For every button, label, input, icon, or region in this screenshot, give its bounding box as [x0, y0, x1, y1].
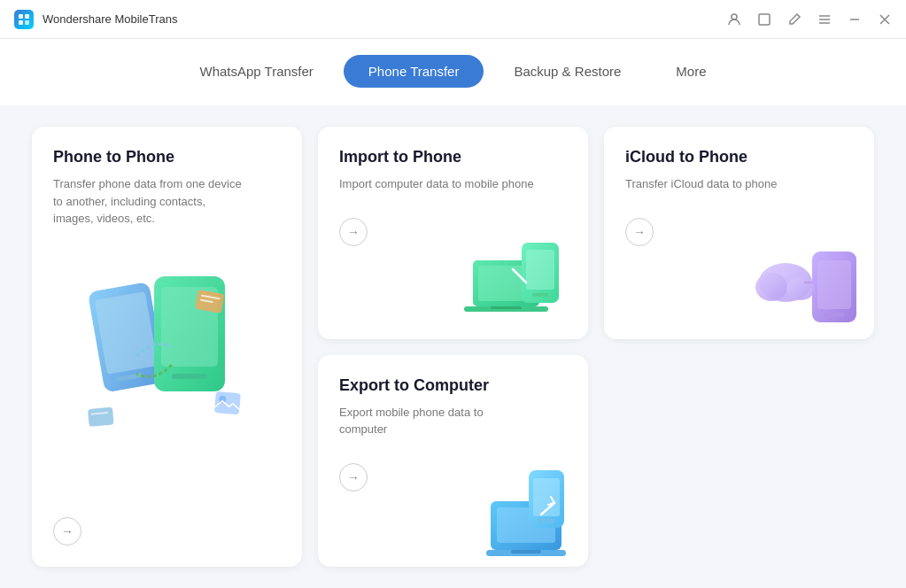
- card-phone-to-phone-bottom: →: [53, 503, 281, 545]
- title-bar-left: Wondershare MobileTrans: [14, 10, 177, 29]
- svg-rect-1: [25, 14, 29, 19]
- card-phone-to-phone-title: Phone to Phone: [53, 148, 281, 166]
- svg-rect-15: [88, 407, 114, 427]
- svg-rect-35: [511, 550, 541, 553]
- svg-rect-28: [825, 313, 844, 317]
- card-export-to-computer[interactable]: Export to Computer Export mobile phone d…: [318, 355, 588, 568]
- card-icloud-to-phone-arrow[interactable]: →: [625, 218, 654, 246]
- main-content: Phone to Phone Transfer phone data from …: [0, 105, 906, 588]
- card-import-to-phone-header: Import to Phone Import computer data to …: [339, 148, 567, 193]
- card-import-to-phone-title: Import to Phone: [339, 148, 567, 166]
- minimize-icon[interactable]: [848, 12, 862, 27]
- window-icon[interactable]: [757, 12, 771, 27]
- icloud-illustration: [752, 238, 867, 330]
- svg-rect-24: [526, 250, 554, 290]
- card-icloud-to-phone-header: iCloud to Phone Transfer iCloud data to …: [625, 148, 853, 193]
- edit-icon[interactable]: [787, 12, 801, 27]
- card-phone-to-phone[interactable]: Phone to Phone Transfer phone data from …: [32, 127, 302, 567]
- svg-rect-17: [213, 391, 240, 414]
- title-bar-controls: [727, 12, 892, 27]
- import-illustration: [464, 238, 579, 330]
- svg-point-31: [786, 277, 815, 300]
- tab-backup-restore[interactable]: Backup & Restore: [489, 55, 646, 88]
- card-icloud-to-phone[interactable]: iCloud to Phone Transfer iCloud data to …: [604, 127, 874, 339]
- user-icon[interactable]: [727, 12, 741, 27]
- card-import-to-phone-arrow[interactable]: →: [339, 218, 368, 246]
- title-bar: Wondershare MobileTrans: [0, 0, 906, 39]
- svg-rect-5: [759, 14, 770, 25]
- svg-rect-22: [491, 306, 522, 309]
- card-export-to-computer-arrow[interactable]: →: [339, 463, 368, 491]
- card-export-to-computer-title: Export to Computer: [339, 376, 567, 395]
- card-phone-to-phone-header: Phone to Phone Transfer phone data from …: [53, 148, 281, 228]
- svg-point-4: [732, 14, 737, 19]
- card-phone-to-phone-desc: Transfer phone data from one device to a…: [53, 175, 248, 228]
- card-export-to-computer-desc: Export mobile phone data to computer: [339, 404, 534, 438]
- menu-icon[interactable]: [817, 12, 832, 27]
- svg-rect-11: [172, 374, 207, 379]
- card-import-to-phone-desc: Import computer data to mobile phone: [339, 175, 534, 193]
- svg-rect-38: [538, 519, 554, 523]
- tab-phone-transfer[interactable]: Phone Transfer: [344, 55, 484, 88]
- card-phone-to-phone-arrow[interactable]: →: [53, 517, 81, 545]
- phone-to-phone-illustration: [61, 267, 274, 462]
- tab-more[interactable]: More: [651, 55, 731, 88]
- svg-rect-25: [532, 293, 548, 297]
- nav-area: WhatsApp Transfer Phone Transfer Backup …: [0, 39, 906, 105]
- card-icloud-to-phone-title: iCloud to Phone: [625, 148, 853, 166]
- card-import-to-phone[interactable]: Import to Phone Import computer data to …: [318, 127, 588, 339]
- close-icon[interactable]: [878, 12, 892, 27]
- app-title: Wondershare MobileTrans: [43, 12, 177, 26]
- export-illustration: [468, 466, 584, 562]
- svg-point-30: [755, 273, 787, 301]
- svg-rect-3: [25, 20, 29, 25]
- svg-rect-27: [817, 260, 851, 309]
- app-icon: [14, 10, 34, 29]
- svg-rect-0: [19, 14, 23, 19]
- svg-rect-2: [19, 20, 23, 25]
- tab-whatsapp-transfer[interactable]: WhatsApp Transfer: [174, 55, 337, 88]
- card-export-to-computer-header: Export to Computer Export mobile phone d…: [339, 376, 567, 438]
- card-icloud-to-phone-desc: Transfer iCloud data to phone: [625, 175, 820, 193]
